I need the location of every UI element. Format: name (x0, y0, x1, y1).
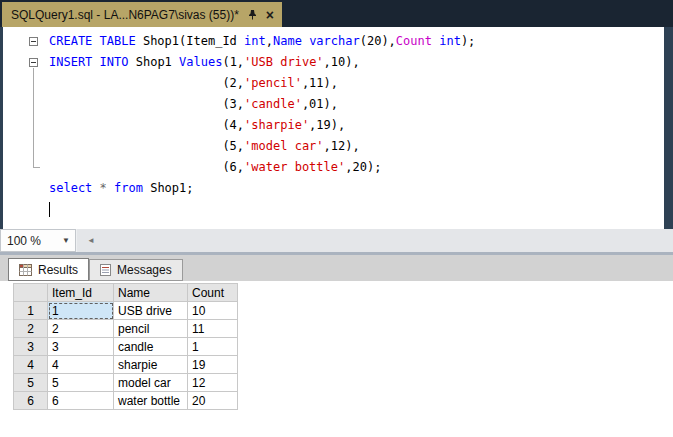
tab-results[interactable]: Results (8, 258, 89, 281)
code-line-2[interactable]: INSERT INTO Shop1 Values(1,'USB drive',1… (49, 52, 475, 73)
grid-cell[interactable]: 4 (48, 356, 114, 374)
results-grid: Item_Id Name Count 11USB drive1022pencil… (13, 283, 238, 410)
code-token: CREATE TABLE (49, 34, 143, 48)
code-token: , (266, 34, 273, 48)
code-token: Name (273, 34, 302, 48)
code-line-5[interactable]: (4,'sharpie',19), (49, 115, 475, 136)
tab-messages[interactable]: Messages (89, 259, 183, 281)
code-token: (5, (49, 139, 244, 153)
row-number[interactable]: 3 (14, 338, 48, 356)
scroll-left-icon[interactable]: ◄ (87, 229, 95, 252)
grid-row: 66water bottle20 (14, 392, 238, 410)
tab-messages-label: Messages (117, 263, 172, 277)
column-header-count[interactable]: Count (188, 284, 238, 302)
results-grid-icon (19, 264, 32, 276)
fold-guide-end (33, 167, 40, 168)
grid-cell[interactable]: 2 (48, 320, 114, 338)
grid-cell[interactable]: sharpie (114, 356, 188, 374)
code-token: 'USB drive' (244, 55, 323, 69)
text-caret (49, 202, 50, 217)
grid-row: 11USB drive10 (14, 302, 238, 320)
code-token: Shop1; (150, 181, 193, 195)
grid-row: 22pencil11 (14, 320, 238, 338)
code-token: Shop1 (136, 55, 179, 69)
code-line-1[interactable]: CREATE TABLE Shop1(Item_Id int,Name varc… (49, 31, 475, 52)
grid-cell[interactable]: 3 (48, 338, 114, 356)
code-token: varchar (309, 34, 360, 48)
grid-cell[interactable]: candle (114, 338, 188, 356)
grid-header-row: Item_Id Name Count (14, 284, 238, 302)
code-editor[interactable]: CREATE TABLE Shop1(Item_Id int,Name varc… (3, 27, 664, 229)
editor-status-strip: 100 % ▼ ◄ (0, 229, 673, 252)
code-token: * (100, 181, 114, 195)
tab-results-label: Results (38, 263, 78, 277)
grid-corner-cell[interactable] (14, 284, 48, 302)
code-token: 'model car' (244, 139, 323, 153)
zoom-value: 100 % (7, 234, 41, 248)
grid-row: 44sharpie19 (14, 356, 238, 374)
grid-cell[interactable]: 11 (188, 320, 238, 338)
grid-cell[interactable]: 1 (188, 338, 238, 356)
document-tab-strip: SQLQuery1.sql - LA...N6PAG7\sivas (55))*… (0, 0, 673, 27)
column-header-item-id[interactable]: Item_Id (48, 284, 114, 302)
row-number[interactable]: 1 (14, 302, 48, 320)
row-number[interactable]: 4 (14, 356, 48, 374)
row-number[interactable]: 2 (14, 320, 48, 338)
code-token: Shop1(Item_Id (143, 34, 244, 48)
code-token: ,01), (302, 97, 338, 111)
column-header-name[interactable]: Name (114, 284, 188, 302)
code-token: ,12), (324, 139, 360, 153)
code-line-4[interactable]: (3,'candle',01), (49, 94, 475, 115)
zoom-combo[interactable]: 100 % ▼ (0, 229, 76, 252)
row-number[interactable]: 5 (14, 374, 48, 392)
fold-collapse-icon[interactable] (29, 37, 38, 46)
grid-cell[interactable]: 1 (48, 302, 114, 320)
chevron-down-icon: ▼ (62, 236, 70, 245)
grid-row: 33candle1 (14, 338, 238, 356)
grid-cell[interactable]: 12 (188, 374, 238, 392)
code-token: 'sharpie' (244, 118, 309, 132)
grid-cell[interactable]: USB drive (114, 302, 188, 320)
code-token: ,20); (345, 160, 381, 174)
code-token: int (244, 34, 266, 48)
horizontal-scrollbar[interactable]: ◄ (77, 229, 673, 252)
code-token: from (114, 181, 150, 195)
grid-cell[interactable]: 5 (48, 374, 114, 392)
code-token: ,10), (324, 55, 360, 69)
code-line-7[interactable]: (6,'water bottle',20); (49, 157, 475, 178)
grid-cell[interactable]: pencil (114, 320, 188, 338)
code-line-3[interactable]: (2,'pencil',11), (49, 73, 475, 94)
grid-cell[interactable]: water bottle (114, 392, 188, 410)
code-token: (3, (49, 97, 244, 111)
code-token: 'pencil' (244, 76, 302, 90)
pin-icon[interactable] (247, 9, 258, 20)
fold-collapse-icon[interactable] (29, 58, 38, 67)
grid-cell[interactable]: 20 (188, 392, 238, 410)
messages-icon (100, 264, 111, 276)
grid-row: 55model car12 (14, 374, 238, 392)
code-token: Count (396, 34, 432, 48)
code-line-9[interactable] (49, 199, 475, 220)
grid-cell[interactable]: 6 (48, 392, 114, 410)
code-token: (1, (222, 55, 244, 69)
results-tab-strip: Results Messages (0, 255, 673, 281)
code-token: 'water bottle' (244, 160, 345, 174)
close-icon[interactable]: × (266, 8, 274, 22)
document-tab[interactable]: SQLQuery1.sql - LA...N6PAG7\sivas (55))*… (2, 2, 282, 27)
code-token: INSERT INTO (49, 55, 136, 69)
code-token: 'candle' (244, 97, 302, 111)
code-token: int (439, 34, 461, 48)
grid-cell[interactable]: model car (114, 374, 188, 392)
code-token: (6, (49, 160, 244, 174)
code-token: select (49, 181, 100, 195)
row-number[interactable]: 6 (14, 392, 48, 410)
code-token: (20), (360, 34, 396, 48)
grid-cell[interactable]: 19 (188, 356, 238, 374)
grid-cell[interactable]: 10 (188, 302, 238, 320)
code-line-8[interactable]: select * from Shop1; (49, 178, 475, 199)
code-token: ,19), (309, 118, 345, 132)
ssms-window: SQLQuery1.sql - LA...N6PAG7\sivas (55))*… (0, 0, 673, 437)
document-tab-title: SQLQuery1.sql - LA...N6PAG7\sivas (55))* (11, 8, 239, 22)
code-token: ); (461, 34, 475, 48)
code-line-6[interactable]: (5,'model car',12), (49, 136, 475, 157)
